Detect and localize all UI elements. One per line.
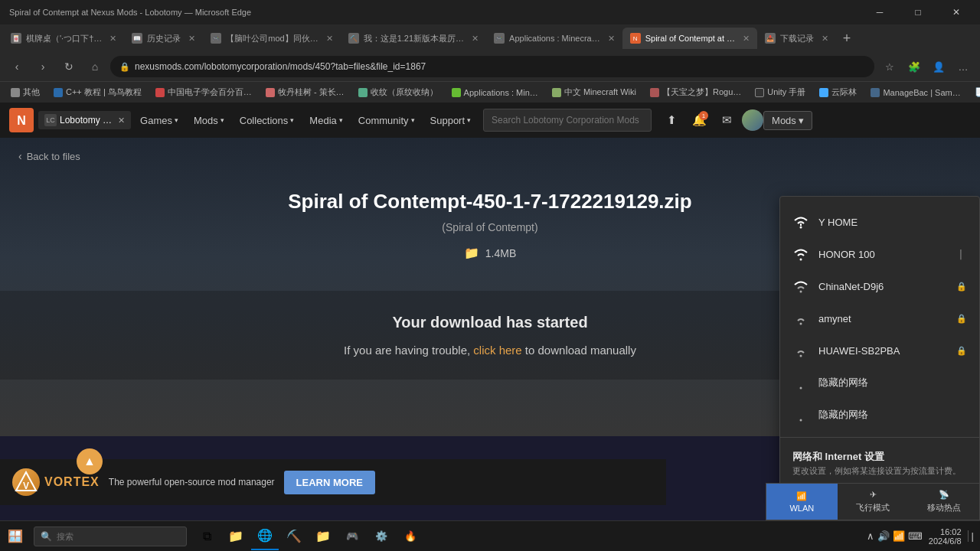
back-button[interactable]: ‹: [6, 56, 28, 77]
folder-icon: 📁: [464, 246, 479, 260]
nav-collections[interactable]: Collections ▾: [232, 103, 302, 138]
clock-time: 16:02: [929, 527, 962, 536]
tab-4[interactable]: ⛏️ 我：这是1.21新版本最厉… ✕: [341, 28, 486, 49]
bookmark-cloud[interactable]: 云际林: [815, 85, 861, 99]
bookmark-cec[interactable]: 中国电子学会百分百…: [151, 85, 256, 99]
back-label: Back to files: [27, 151, 80, 162]
wifi-settings-subtitle: 更改设置，例如将某连接设置为按流量计费。: [792, 465, 967, 477]
nav-games[interactable]: Games ▾: [132, 103, 186, 138]
wifi-hotspot-tab[interactable]: 📡 移动热点: [908, 484, 979, 520]
refresh-button[interactable]: ↻: [58, 56, 80, 77]
tab-1-close[interactable]: ✕: [109, 34, 116, 44]
taskbar-minecraft[interactable]: ⛏️: [280, 523, 308, 550]
search-box[interactable]: [483, 109, 652, 132]
taskbar-expand-icon[interactable]: ∧: [867, 530, 874, 542]
tab-3-close[interactable]: ✕: [326, 34, 333, 44]
tab-5[interactable]: 🎮 Applications : Minecra… ✕: [486, 28, 622, 49]
maximize-button[interactable]: □: [900, 0, 936, 24]
click-here-link[interactable]: click here: [473, 344, 521, 357]
bookmark-mudan[interactable]: 牧丹桂树 - 策长…: [261, 85, 349, 99]
close-button[interactable]: ✕: [939, 0, 974, 24]
wifi-airplane-tab[interactable]: ✈ 飞行模式: [838, 484, 909, 520]
home-button[interactable]: ⌂: [84, 56, 106, 77]
bookmark-mc[interactable]: Applications : Min…: [447, 86, 543, 99]
wifi-settings[interactable]: 网络和 Internet 设置 更改设置，例如将某连接设置为按流量计费。: [780, 444, 979, 483]
address-box[interactable]: 🔒 nexusmods.com/lobotomycorporation/mods…: [110, 56, 874, 77]
back-to-files-link[interactable]: ‹ Back to files: [0, 138, 980, 174]
profile-icon[interactable]: 👤: [928, 56, 949, 77]
mods-dropdown-button[interactable]: Mods ▾: [763, 111, 812, 130]
search-input[interactable]: [492, 115, 643, 126]
taskbar-folder2[interactable]: 📁: [309, 523, 337, 550]
new-tab-button[interactable]: +: [836, 28, 858, 49]
tab-1[interactable]: 🀄 棋牌桌（'·つ口下†… ✕: [3, 28, 124, 49]
wifi-network-yhome[interactable]: Y HOME: [780, 206, 979, 238]
wifi-network-hidden2[interactable]: 隐藏的网络: [780, 399, 979, 431]
wifi-network-hidden1[interactable]: 隐藏的网络: [780, 367, 979, 399]
taskbar-keyboard-icon[interactable]: ⌨: [908, 530, 923, 542]
messages-button[interactable]: ✉: [714, 108, 739, 132]
tab-7-close[interactable]: ✕: [822, 34, 828, 44]
wifi-huawei-lock: 🔒: [956, 345, 967, 356]
taskbar-edge[interactable]: 🌐: [251, 523, 279, 550]
taskbar-search[interactable]: 🔍: [34, 527, 187, 546]
show-desktop-button[interactable]: |: [968, 530, 974, 542]
taskbar-game2[interactable]: ⚙️: [368, 523, 395, 550]
bookmark-mcwiki[interactable]: 中文 Minecraft Wiki: [547, 85, 641, 99]
tab-6-close[interactable]: ✕: [743, 34, 750, 44]
start-button[interactable]: 🪟: [0, 521, 31, 552]
bookmark-rogue[interactable]: 【天宝之梦】Rogu…: [645, 85, 746, 99]
bookmark-cec-label: 中国电子学会百分百…: [168, 86, 252, 98]
wifi-network-honor100[interactable]: HONOR 100 │: [780, 238, 979, 270]
tab-2-close[interactable]: ✕: [188, 34, 195, 44]
wifi-network-huawei[interactable]: HUAWEI-SB2PBA 🔒: [780, 334, 979, 367]
game-tab-close[interactable]: ✕: [118, 116, 125, 126]
taskbar-time[interactable]: 16:02 2024/6/8: [929, 527, 962, 546]
tab-5-title: Applications : Minecra…: [509, 34, 600, 43]
taskbar-volume-icon[interactable]: 🔊: [877, 530, 890, 542]
avatar[interactable]: [742, 109, 763, 131]
nav-media[interactable]: Media ▾: [302, 103, 350, 138]
extensions-icon[interactable]: 🧩: [903, 56, 925, 77]
taskbar-game1[interactable]: 🎮: [338, 523, 366, 550]
favorites-icon[interactable]: ☆: [879, 56, 900, 77]
bookmark-other[interactable]: 其他: [6, 85, 44, 99]
bookmark-cpp[interactable]: C++ 教程 | 鸟鸟教程: [49, 85, 146, 99]
taskbar-task-view[interactable]: ⧉: [193, 523, 220, 550]
tab-3[interactable]: 🎮 【脑叶公司mod】同伙… ✕: [203, 28, 340, 49]
tab-6-title: Spiral of Contempt at …: [645, 34, 735, 43]
active-game-tab[interactable]: LC Lobotomy … ✕: [38, 111, 131, 129]
forward-button[interactable]: ›: [32, 56, 54, 77]
more-icon[interactable]: …: [952, 56, 974, 77]
tab-4-close[interactable]: ✕: [472, 34, 479, 44]
bookmark-shouwu[interactable]: 收纹（原纹收纳）: [354, 85, 443, 99]
game-tab-label: Lobotomy …: [60, 115, 112, 126]
bookmark-managebac[interactable]: ManageBac | Sam…: [866, 86, 965, 99]
minimize-button[interactable]: ─: [862, 0, 897, 24]
bookmark-saved[interactable]: 📑 各存书签: [970, 85, 980, 99]
tab-5-close[interactable]: ✕: [608, 34, 615, 44]
nav-mods[interactable]: Mods ▾: [186, 103, 232, 138]
taskbar-wifi-icon[interactable]: 📶: [893, 530, 905, 542]
wifi-wlan-tab[interactable]: 📶 WLAN: [766, 484, 838, 520]
upload-button[interactable]: ⬆: [659, 108, 684, 132]
nexus-logo[interactable]: N: [9, 108, 34, 132]
bookmark-unity[interactable]: Unity 手册: [750, 85, 810, 99]
tab-6[interactable]: N Spiral of Contempt at … ✕: [622, 28, 757, 49]
taskbar-search-input[interactable]: [57, 532, 180, 541]
mods-btn-label: Mods: [772, 115, 796, 126]
wifi-network-amynet[interactable]: amynet 🔒: [780, 302, 979, 334]
nav-support[interactable]: Support ▾: [423, 103, 479, 138]
taskbar-file-explorer[interactable]: 📁: [222, 523, 250, 550]
learn-more-button[interactable]: LEARN MORE: [284, 471, 375, 494]
tab-7[interactable]: 📥 下载记录 ✕: [757, 28, 836, 49]
tab-bar: 🀄 棋牌桌（'·つ口下†… ✕ 📖 历史记录 ✕ 🎮 【脑叶公司mod】同伙… …: [0, 24, 980, 52]
wifi-network-chinanet[interactable]: ChinaNet-D9j6 🔒: [780, 270, 979, 302]
notifications-button[interactable]: 🔔 1: [687, 108, 711, 132]
scroll-to-top-button[interactable]: ▲: [77, 448, 103, 474]
nav-community-label: Community: [358, 115, 409, 126]
taskbar-game3[interactable]: 🔥: [397, 523, 424, 550]
tab-2[interactable]: 📖 历史记录 ✕: [124, 28, 203, 49]
wifi-cursor-pos: │: [959, 249, 964, 259]
nav-community[interactable]: Community ▾: [351, 103, 423, 138]
